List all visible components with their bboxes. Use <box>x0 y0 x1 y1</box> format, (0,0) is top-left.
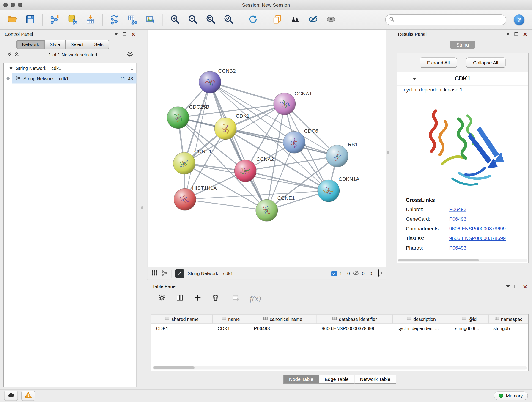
tissues-link[interactable]: 9606.ENSP00000378699 <box>449 236 506 241</box>
column-header-name[interactable]: name <box>213 315 249 324</box>
cell-description[interactable]: cyclin–dependent ... <box>393 324 450 333</box>
table-horizontal-scrollbar[interactable] <box>152 366 527 370</box>
panel-menu-icon[interactable] <box>506 33 510 35</box>
pharos-link[interactable]: P06493 <box>449 245 467 251</box>
panel-menu-icon[interactable] <box>114 33 118 35</box>
show-columns-icon[interactable] <box>176 294 184 303</box>
network-edge[interactable] <box>210 82 267 211</box>
cloud-status-button[interactable] <box>4 391 18 401</box>
tab-network-table[interactable]: Network Table <box>355 375 396 384</box>
compartments-link[interactable]: 9606.ENSP00000378699 <box>449 226 506 231</box>
cell-at-id[interactable]: stringdb:9... <box>450 324 488 333</box>
network-canvas[interactable]: CCNB2CCNA1CDC25BCDK1CDC6RB1CCNB1CCNA2CDK… <box>147 30 386 267</box>
collection-expand-icon[interactable] <box>9 67 13 70</box>
network-node-ccna2[interactable] <box>234 160 256 182</box>
network-node-rb1[interactable] <box>326 145 348 167</box>
import-table-button[interactable] <box>82 12 98 28</box>
show-hide-graphics-button[interactable] <box>287 12 303 28</box>
network-row-selected[interactable]: String Network – cdk1 11 48 <box>12 73 137 84</box>
float-panel-icon[interactable] <box>515 32 518 36</box>
column-header-shared-name[interactable]: shared name <box>151 315 213 324</box>
tab-style[interactable]: Style <box>44 40 65 49</box>
network-options-gear-icon[interactable] <box>127 51 133 59</box>
open-in-browser-button[interactable] <box>175 269 184 278</box>
cell-shared-name[interactable]: CDK1 <box>151 324 213 333</box>
collapse-all-button[interactable]: Collapse All <box>466 57 505 68</box>
zoom-selected-button[interactable] <box>221 12 236 28</box>
network-node-cdkn1a[interactable] <box>317 180 340 202</box>
cell-name[interactable]: CDK1 <box>213 324 249 333</box>
tab-edge-table[interactable]: Edge Table <box>319 375 355 384</box>
close-panel-icon[interactable]: ✕ <box>523 32 527 37</box>
float-panel-icon[interactable] <box>123 32 126 36</box>
toolbar-search[interactable] <box>385 14 506 25</box>
help-button[interactable]: ? <box>514 14 525 25</box>
network-node-cdk1[interactable] <box>215 118 236 140</box>
import-network-database-button[interactable] <box>65 12 80 28</box>
close-panel-icon[interactable]: ✕ <box>523 284 527 289</box>
gene-section-header[interactable]: CDK1 <box>397 72 528 86</box>
network-collection-row[interactable]: String Network – cdk1 1 <box>4 63 137 73</box>
function-builder-icon[interactable]: f(x) <box>250 294 261 303</box>
cell-database-identifier[interactable]: 9606.ENSP00000378699 <box>317 324 393 333</box>
delete-column-trash-icon[interactable] <box>211 294 220 303</box>
gene-collapse-icon[interactable] <box>413 77 416 80</box>
show-all-button[interactable] <box>323 12 339 28</box>
splitter-handle[interactable] <box>387 151 389 154</box>
network-share-icon[interactable] <box>161 270 168 277</box>
open-session-button[interactable] <box>5 12 20 28</box>
birds-eye-view-icon[interactable] <box>151 269 158 278</box>
column-header-namespace[interactable]: namespac <box>488 315 528 324</box>
expand-all-button[interactable]: Expand All <box>420 57 457 68</box>
create-column-plus-icon[interactable] <box>194 294 202 303</box>
column-header-canonical-name[interactable]: canonical name <box>249 315 317 324</box>
column-header-database-identifier[interactable]: database identifier <box>317 315 393 324</box>
genecard-link[interactable]: P06493 <box>449 216 467 222</box>
import-network-file-button[interactable] <box>47 12 63 28</box>
expand-all-icon[interactable] <box>7 51 12 58</box>
splitter-handle[interactable] <box>141 206 143 210</box>
memory-button[interactable]: Memory <box>494 391 528 400</box>
column-header-at-id[interactable]: @id <box>450 315 488 324</box>
export-image-button[interactable] <box>143 12 158 28</box>
save-session-button[interactable] <box>22 12 38 28</box>
table-options-gear-icon[interactable] <box>158 294 166 303</box>
collapse-all-icon[interactable] <box>14 51 19 58</box>
network-node-ccnb2[interactable] <box>199 71 221 93</box>
tab-node-table[interactable]: Node Table <box>283 375 319 384</box>
zoom-fit-button[interactable] <box>203 12 219 28</box>
table-row[interactable]: CDK1 CDK1 P06493 9606.ENSP00000378699 cy… <box>151 324 528 333</box>
pan-crosshair-icon[interactable] <box>375 269 383 278</box>
hide-selected-button[interactable] <box>305 12 321 28</box>
network-from-table-button[interactable] <box>125 12 141 28</box>
network-node-hist1h1a[interactable] <box>174 188 196 211</box>
tab-select[interactable]: Select <box>65 40 89 49</box>
network-node-cdc25b[interactable] <box>167 107 189 128</box>
network-node-cdc6[interactable] <box>283 131 305 153</box>
tab-string[interactable]: String <box>450 41 475 49</box>
warnings-button[interactable] <box>21 391 35 401</box>
float-panel-icon[interactable] <box>515 285 518 288</box>
uniprot-link[interactable]: P06493 <box>449 207 467 212</box>
network-row[interactable]: String Network – cdk1 11 48 <box>4 73 137 84</box>
new-network-button[interactable] <box>107 12 123 28</box>
zoom-in-button[interactable] <box>167 12 183 28</box>
network-edge[interactable] <box>210 82 285 104</box>
network-edge[interactable] <box>185 82 210 200</box>
copy-document-button[interactable] <box>269 12 285 28</box>
close-panel-icon[interactable]: ✕ <box>131 32 135 37</box>
results-horizontal-scrollbar[interactable] <box>398 259 528 262</box>
column-header-description[interactable]: description <box>393 315 450 324</box>
network-node-ccne1[interactable] <box>256 199 278 221</box>
tab-network[interactable]: Network <box>17 40 44 49</box>
cell-namespace[interactable]: stringdb <box>488 324 528 333</box>
tab-sets[interactable]: Sets <box>89 40 109 49</box>
zoom-out-button[interactable] <box>185 12 201 28</box>
hidden-eye-slash-icon[interactable] <box>353 270 359 277</box>
cell-canonical-name[interactable]: P06493 <box>249 324 317 333</box>
network-edge[interactable] <box>185 199 267 211</box>
selection-indicator-icon[interactable] <box>331 271 337 276</box>
panel-menu-icon[interactable] <box>506 285 510 288</box>
network-node-ccna1[interactable] <box>273 93 296 115</box>
apply-layout-button[interactable] <box>245 12 261 28</box>
